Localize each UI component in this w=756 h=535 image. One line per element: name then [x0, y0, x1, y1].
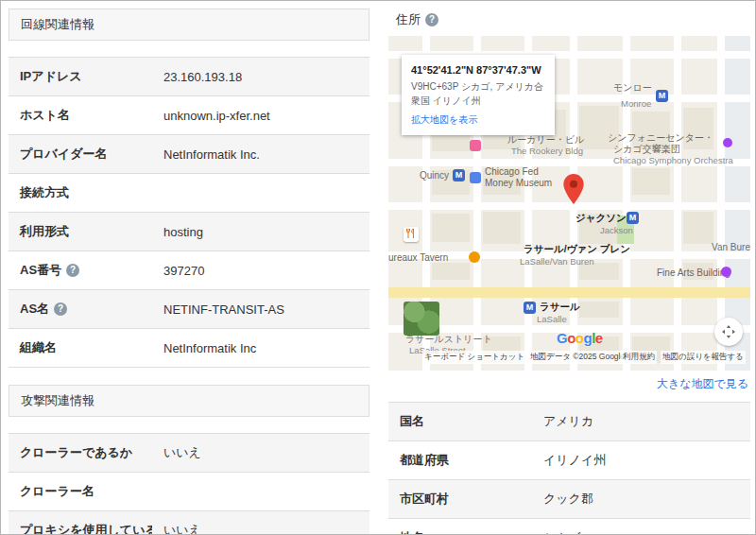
row-label: IPアドレス	[20, 69, 82, 83]
poi-label-symphony-en: Chicago Symphony Orchestra	[613, 155, 733, 165]
logo-letter: o	[576, 330, 584, 346]
row-prefecture: 都道府県 イリノイ州	[388, 441, 750, 480]
row-label: 都道府県	[400, 453, 449, 467]
street-label-lasalle-st-jp: ラサールストリート	[405, 333, 492, 346]
street-label-monroe-jp: モンロー	[613, 81, 652, 95]
section-header-attack-info: 攻撃関連情報	[9, 385, 369, 417]
row-organization: 組織名 NetInformatik Inc	[9, 329, 369, 368]
row-usage-type: 利用形式 hosting	[9, 213, 369, 251]
row-label: 接続方式	[20, 185, 69, 199]
row-value: NetInformatik Inc	[152, 329, 369, 368]
row-provider: プロバイダー名 NetInformatik Inc.	[9, 135, 369, 174]
map-building	[483, 212, 521, 244]
metro-station-icon[interactable]: M	[453, 169, 465, 181]
row-connection-type: 接続方式	[9, 174, 369, 213]
terms-link[interactable]: 利用規約	[621, 351, 657, 364]
attack-info-table: クローラーであるか いいえ クローラー名 プロキシを使用しているか いいえ プロ…	[9, 433, 369, 535]
map-building	[432, 214, 470, 242]
line-info-card: 回線関連情報 IPアドレス 23.160.193.18 ホスト名 unknown…	[9, 9, 369, 535]
row-value: hosting	[152, 213, 369, 251]
report-error-link[interactable]: 地図の誤りを報告する	[661, 351, 746, 364]
row-label: 利用形式	[20, 224, 69, 238]
row-value: いいえ	[152, 511, 369, 535]
section-title: 回線関連情報	[21, 17, 94, 31]
keyboard-shortcuts-link[interactable]: キーボード ショートカット	[422, 351, 526, 364]
help-icon[interactable]: ?	[54, 302, 67, 316]
google-map-embed[interactable]: モンロー M Monroe ルーカリー・ビル The Rookery Bldg …	[388, 36, 750, 371]
view-larger-map-link[interactable]: 大きな地図で見る	[657, 377, 748, 390]
help-icon[interactable]: ?	[425, 13, 438, 26]
row-as-number: AS番号? 397270	[9, 251, 369, 290]
landmark-badge-icon[interactable]	[470, 140, 481, 151]
map-footer: 大きな地図で見る	[388, 371, 750, 396]
row-label: クローラーであるか	[20, 445, 132, 459]
row-city: 市区町村 クック郡	[388, 480, 750, 519]
row-label: 組織名	[20, 340, 57, 354]
metro-station-icon[interactable]: M	[627, 212, 639, 224]
logo-letter: e	[595, 330, 603, 346]
station-label-jackson-jp: ジャクソン	[576, 212, 627, 225]
metro-station-icon[interactable]: M	[524, 302, 536, 314]
row-value: 23.160.193.18	[152, 58, 369, 96]
row-hostname: ホスト名 unknown.ip-xfer.net	[9, 96, 369, 135]
logo-letter: o	[567, 330, 576, 346]
station-label-quincy: Quincy	[420, 170, 449, 181]
logo-letter: g	[584, 330, 593, 346]
poi-label-rookery-en: The Rookery Bldg	[511, 146, 583, 156]
trees-photo	[404, 302, 439, 336]
row-place: 地名 シカゴ	[388, 519, 750, 535]
poi-label-rookery-jp: ルーカリー・ビル	[507, 133, 584, 147]
expand-map-link[interactable]: 拡大地図を表示	[411, 113, 477, 127]
row-value	[152, 473, 369, 511]
station-label-lasalle-vanburen-jp: ラサール/ヴァン ブレン	[524, 243, 630, 256]
row-as-name: AS名? NETINF-TRANSIT-AS	[9, 290, 369, 329]
section-header-address: 住所?	[388, 9, 750, 36]
row-value: イリノイ州	[532, 441, 750, 480]
section-title: 住所	[396, 12, 421, 26]
row-label: AS名	[20, 302, 49, 316]
poi-label-fine-arts: Fine Arts Building	[657, 268, 730, 278]
street-label-vanburen: Van Buren	[712, 242, 750, 252]
restaurant-icon[interactable]	[404, 227, 419, 242]
row-is-crawler: クローラーであるか いいえ	[9, 434, 369, 473]
row-label: ホスト名	[20, 108, 70, 122]
pan-control[interactable]	[714, 318, 743, 346]
row-value: クック郡	[532, 480, 750, 519]
address-table: 国名 アメリカ 都道府県 イリノイ州 市区町村 クック郡 地名 シカゴ	[388, 402, 750, 535]
food-poi-icon[interactable]	[469, 251, 480, 263]
coordinates-title: 41°52'41.2"N 87°37'47.3"W	[411, 64, 545, 76]
poi-label-tavern: ureaux Tavern	[388, 252, 448, 263]
google-logo[interactable]: Google	[557, 330, 603, 346]
row-ip-address: IPアドレス 23.160.193.18	[9, 58, 369, 96]
map-building	[632, 168, 670, 195]
station-label-lasalle-vanburen-en: LaSalle/Van Buren	[520, 256, 594, 267]
poi-label-fed-line2: Money Museum	[485, 178, 552, 188]
line-info-table: IPアドレス 23.160.193.18 ホスト名 unknown.ip-xfe…	[9, 57, 369, 368]
row-country: 国名 アメリカ	[388, 403, 750, 441]
poi-label-fed-line1: Chicago Fed	[485, 166, 539, 177]
station-label-jackson-en: Jackson	[600, 225, 633, 235]
row-label: 国名	[400, 414, 424, 428]
row-value: シカゴ	[532, 519, 750, 535]
row-value: いいえ	[152, 434, 369, 473]
row-crawler-name: クローラー名	[9, 473, 369, 511]
row-value	[152, 174, 369, 213]
row-label: 市区町村	[400, 492, 449, 506]
metro-station-icon[interactable]: M	[656, 90, 668, 102]
logo-letter: G	[557, 330, 567, 346]
section-header-line-info: 回線関連情報	[9, 9, 369, 41]
street-label-monroe-en: Monroe	[621, 98, 651, 109]
row-value: アメリカ	[532, 403, 750, 441]
plus-code-address: V9HC+63P シカゴ, アメリカ合衆国 イリノイ州	[411, 80, 545, 108]
help-icon[interactable]: ?	[66, 264, 79, 277]
section-title: 攻撃関連情報	[21, 393, 94, 407]
row-label: プロバイダー名	[20, 147, 108, 161]
row-uses-proxy: プロキシを使用しているか いいえ	[9, 511, 369, 535]
station-label-lasalle-en: LaSalle	[537, 314, 567, 324]
row-label: クローラー名	[20, 484, 94, 498]
attraction-icon[interactable]	[721, 267, 731, 277]
attraction-icon[interactable]	[723, 138, 732, 147]
address-card: 住所?	[388, 9, 750, 535]
museum-icon[interactable]	[470, 172, 481, 183]
map-pin-icon[interactable]	[563, 174, 584, 208]
